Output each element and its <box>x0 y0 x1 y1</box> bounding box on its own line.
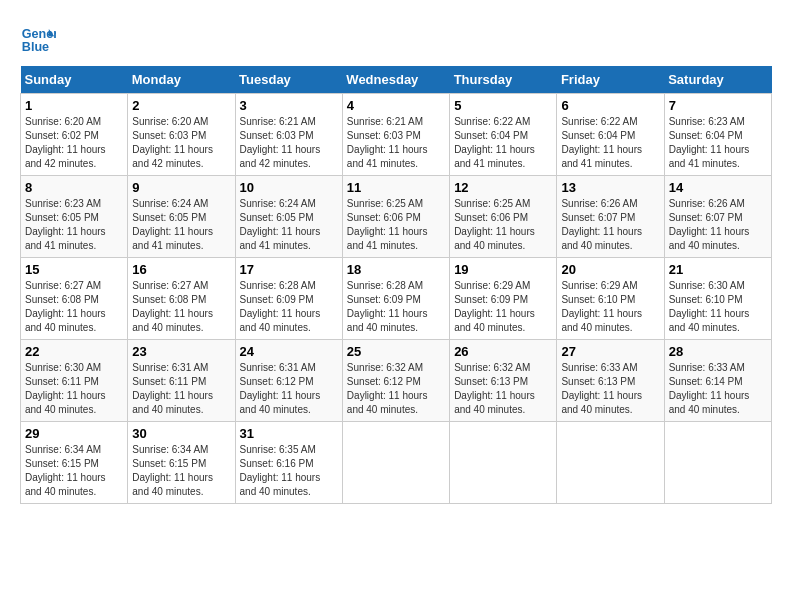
day-number: 14 <box>669 180 767 195</box>
page-header: General Blue <box>20 20 772 56</box>
day-info: Sunrise: 6:33 AM Sunset: 6:13 PM Dayligh… <box>561 361 659 417</box>
day-info: Sunrise: 6:34 AM Sunset: 6:15 PM Dayligh… <box>25 443 123 499</box>
logo-icon: General Blue <box>20 20 56 56</box>
day-cell: 28 Sunrise: 6:33 AM Sunset: 6:14 PM Dayl… <box>664 340 771 422</box>
day-info: Sunrise: 6:22 AM Sunset: 6:04 PM Dayligh… <box>454 115 552 171</box>
day-info: Sunrise: 6:22 AM Sunset: 6:04 PM Dayligh… <box>561 115 659 171</box>
day-cell: 16 Sunrise: 6:27 AM Sunset: 6:08 PM Dayl… <box>128 258 235 340</box>
day-cell: 18 Sunrise: 6:28 AM Sunset: 6:09 PM Dayl… <box>342 258 449 340</box>
day-info: Sunrise: 6:24 AM Sunset: 6:05 PM Dayligh… <box>240 197 338 253</box>
day-info: Sunrise: 6:33 AM Sunset: 6:14 PM Dayligh… <box>669 361 767 417</box>
day-cell <box>342 422 449 504</box>
day-number: 3 <box>240 98 338 113</box>
day-number: 26 <box>454 344 552 359</box>
day-info: Sunrise: 6:26 AM Sunset: 6:07 PM Dayligh… <box>561 197 659 253</box>
day-number: 25 <box>347 344 445 359</box>
day-number: 22 <box>25 344 123 359</box>
day-cell <box>450 422 557 504</box>
day-cell: 1 Sunrise: 6:20 AM Sunset: 6:02 PM Dayli… <box>21 94 128 176</box>
day-number: 1 <box>25 98 123 113</box>
svg-text:Blue: Blue <box>22 40 49 54</box>
day-number: 15 <box>25 262 123 277</box>
day-cell: 6 Sunrise: 6:22 AM Sunset: 6:04 PM Dayli… <box>557 94 664 176</box>
day-info: Sunrise: 6:26 AM Sunset: 6:07 PM Dayligh… <box>669 197 767 253</box>
day-info: Sunrise: 6:23 AM Sunset: 6:04 PM Dayligh… <box>669 115 767 171</box>
header-monday: Monday <box>128 66 235 94</box>
day-info: Sunrise: 6:28 AM Sunset: 6:09 PM Dayligh… <box>240 279 338 335</box>
day-number: 2 <box>132 98 230 113</box>
day-cell: 13 Sunrise: 6:26 AM Sunset: 6:07 PM Dayl… <box>557 176 664 258</box>
day-cell: 3 Sunrise: 6:21 AM Sunset: 6:03 PM Dayli… <box>235 94 342 176</box>
week-row-5: 29 Sunrise: 6:34 AM Sunset: 6:15 PM Dayl… <box>21 422 772 504</box>
day-cell: 19 Sunrise: 6:29 AM Sunset: 6:09 PM Dayl… <box>450 258 557 340</box>
day-info: Sunrise: 6:20 AM Sunset: 6:03 PM Dayligh… <box>132 115 230 171</box>
day-number: 12 <box>454 180 552 195</box>
day-info: Sunrise: 6:20 AM Sunset: 6:02 PM Dayligh… <box>25 115 123 171</box>
day-cell: 4 Sunrise: 6:21 AM Sunset: 6:03 PM Dayli… <box>342 94 449 176</box>
week-row-4: 22 Sunrise: 6:30 AM Sunset: 6:11 PM Dayl… <box>21 340 772 422</box>
week-row-2: 8 Sunrise: 6:23 AM Sunset: 6:05 PM Dayli… <box>21 176 772 258</box>
day-number: 30 <box>132 426 230 441</box>
day-info: Sunrise: 6:35 AM Sunset: 6:16 PM Dayligh… <box>240 443 338 499</box>
logo: General Blue <box>20 20 60 56</box>
day-cell: 25 Sunrise: 6:32 AM Sunset: 6:12 PM Dayl… <box>342 340 449 422</box>
day-cell: 10 Sunrise: 6:24 AM Sunset: 6:05 PM Dayl… <box>235 176 342 258</box>
day-cell: 11 Sunrise: 6:25 AM Sunset: 6:06 PM Dayl… <box>342 176 449 258</box>
day-cell: 29 Sunrise: 6:34 AM Sunset: 6:15 PM Dayl… <box>21 422 128 504</box>
day-info: Sunrise: 6:27 AM Sunset: 6:08 PM Dayligh… <box>132 279 230 335</box>
day-cell <box>557 422 664 504</box>
day-info: Sunrise: 6:30 AM Sunset: 6:11 PM Dayligh… <box>25 361 123 417</box>
day-cell: 15 Sunrise: 6:27 AM Sunset: 6:08 PM Dayl… <box>21 258 128 340</box>
day-number: 31 <box>240 426 338 441</box>
day-cell: 22 Sunrise: 6:30 AM Sunset: 6:11 PM Dayl… <box>21 340 128 422</box>
day-info: Sunrise: 6:27 AM Sunset: 6:08 PM Dayligh… <box>25 279 123 335</box>
day-number: 17 <box>240 262 338 277</box>
day-number: 18 <box>347 262 445 277</box>
day-cell: 26 Sunrise: 6:32 AM Sunset: 6:13 PM Dayl… <box>450 340 557 422</box>
header-wednesday: Wednesday <box>342 66 449 94</box>
day-cell: 31 Sunrise: 6:35 AM Sunset: 6:16 PM Dayl… <box>235 422 342 504</box>
day-number: 16 <box>132 262 230 277</box>
day-number: 11 <box>347 180 445 195</box>
day-cell: 23 Sunrise: 6:31 AM Sunset: 6:11 PM Dayl… <box>128 340 235 422</box>
day-number: 27 <box>561 344 659 359</box>
day-cell: 12 Sunrise: 6:25 AM Sunset: 6:06 PM Dayl… <box>450 176 557 258</box>
day-number: 29 <box>25 426 123 441</box>
day-cell: 2 Sunrise: 6:20 AM Sunset: 6:03 PM Dayli… <box>128 94 235 176</box>
week-row-3: 15 Sunrise: 6:27 AM Sunset: 6:08 PM Dayl… <box>21 258 772 340</box>
header-tuesday: Tuesday <box>235 66 342 94</box>
day-info: Sunrise: 6:32 AM Sunset: 6:12 PM Dayligh… <box>347 361 445 417</box>
day-number: 5 <box>454 98 552 113</box>
header-saturday: Saturday <box>664 66 771 94</box>
day-info: Sunrise: 6:24 AM Sunset: 6:05 PM Dayligh… <box>132 197 230 253</box>
day-cell: 9 Sunrise: 6:24 AM Sunset: 6:05 PM Dayli… <box>128 176 235 258</box>
day-number: 6 <box>561 98 659 113</box>
day-cell: 20 Sunrise: 6:29 AM Sunset: 6:10 PM Dayl… <box>557 258 664 340</box>
day-number: 4 <box>347 98 445 113</box>
header-friday: Friday <box>557 66 664 94</box>
day-cell: 14 Sunrise: 6:26 AM Sunset: 6:07 PM Dayl… <box>664 176 771 258</box>
day-info: Sunrise: 6:25 AM Sunset: 6:06 PM Dayligh… <box>347 197 445 253</box>
day-info: Sunrise: 6:29 AM Sunset: 6:10 PM Dayligh… <box>561 279 659 335</box>
day-info: Sunrise: 6:32 AM Sunset: 6:13 PM Dayligh… <box>454 361 552 417</box>
day-number: 28 <box>669 344 767 359</box>
header-sunday: Sunday <box>21 66 128 94</box>
header-thursday: Thursday <box>450 66 557 94</box>
day-info: Sunrise: 6:29 AM Sunset: 6:09 PM Dayligh… <box>454 279 552 335</box>
day-cell <box>664 422 771 504</box>
day-info: Sunrise: 6:21 AM Sunset: 6:03 PM Dayligh… <box>240 115 338 171</box>
day-number: 8 <box>25 180 123 195</box>
day-cell: 21 Sunrise: 6:30 AM Sunset: 6:10 PM Dayl… <box>664 258 771 340</box>
day-info: Sunrise: 6:21 AM Sunset: 6:03 PM Dayligh… <box>347 115 445 171</box>
day-number: 19 <box>454 262 552 277</box>
day-number: 9 <box>132 180 230 195</box>
day-cell: 27 Sunrise: 6:33 AM Sunset: 6:13 PM Dayl… <box>557 340 664 422</box>
calendar-table: SundayMondayTuesdayWednesdayThursdayFrid… <box>20 66 772 504</box>
day-number: 21 <box>669 262 767 277</box>
day-cell: 30 Sunrise: 6:34 AM Sunset: 6:15 PM Dayl… <box>128 422 235 504</box>
day-cell: 24 Sunrise: 6:31 AM Sunset: 6:12 PM Dayl… <box>235 340 342 422</box>
day-number: 7 <box>669 98 767 113</box>
day-number: 10 <box>240 180 338 195</box>
day-info: Sunrise: 6:23 AM Sunset: 6:05 PM Dayligh… <box>25 197 123 253</box>
day-number: 20 <box>561 262 659 277</box>
